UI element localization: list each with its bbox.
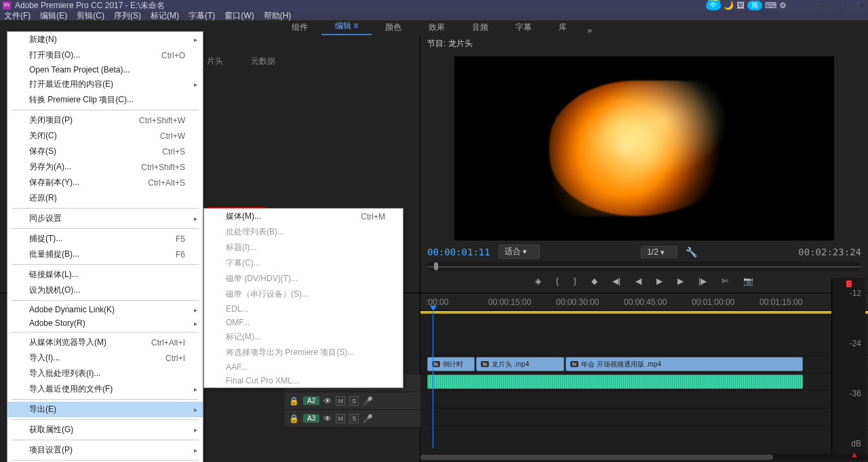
window-minimize[interactable]: ― — [818, 1, 827, 10]
file-menu-item[interactable]: 批量捕捉(B)...F6 — [7, 247, 203, 262]
menu-file[interactable]: 文件(F) — [4, 10, 31, 22]
track-spacer — [420, 314, 868, 356]
mark-out-icon[interactable]: { — [556, 276, 559, 286]
ime-settings-icon[interactable]: ⚙ — [779, 1, 787, 10]
mic-icon[interactable]: 🎤 — [363, 396, 373, 406]
lock-icon[interactable]: 🔒 — [289, 414, 299, 423]
add-marker-icon[interactable]: ◆ — [591, 276, 597, 286]
menu-bar: 文件(F) 编辑(E) 剪辑(C) 序列(S) 标记(M) 字幕(T) 窗口(W… — [0, 11, 868, 20]
ws-tab-libraries[interactable]: 库 — [545, 20, 580, 35]
file-menu-item[interactable]: 导出(E) — [7, 402, 203, 417]
ws-tab-assembly[interactable]: 组件 — [278, 20, 321, 35]
audio-clip-a1[interactable] — [427, 375, 803, 389]
timeline-hscroll[interactable] — [420, 454, 868, 461]
file-menu-item[interactable]: 还原(R) — [7, 190, 203, 206]
track-header-a2[interactable]: 🔒 A2 👁 M S 🎤 — [285, 392, 420, 410]
ws-tab-audio[interactable]: 音频 — [458, 20, 502, 35]
menu-clip[interactable]: 剪辑(C) — [77, 10, 104, 22]
ws-tabs-more[interactable]: » — [587, 26, 593, 35]
menu-marker[interactable]: 标记(M) — [151, 10, 179, 22]
file-menu-item[interactable]: 新建(N) — [7, 32, 203, 47]
file-menu-item[interactable]: 另存为(A)...Ctrl+Shift+S — [7, 159, 203, 175]
window-close[interactable]: ✕ — [859, 1, 865, 10]
ime-moon-icon[interactable]: 🌙 — [724, 1, 734, 10]
menu-sequence[interactable]: 序列(S) — [114, 10, 141, 22]
menu-title[interactable]: 字幕(T) — [189, 10, 215, 22]
program-tab[interactable]: 节目: 龙片头 — [420, 35, 868, 52]
file-menu-item[interactable]: 转换 Premiere Clip 项目(C)... — [7, 92, 203, 108]
export-menu-item[interactable]: 媒体(M)...Ctrl+M — [204, 209, 403, 224]
scrubber-handle[interactable] — [434, 262, 438, 270]
file-menu-item[interactable]: 关闭项目(P)Ctrl+Shift+W — [7, 112, 203, 128]
export-menu-item: 标题(I)... — [204, 240, 403, 255]
step-back-icon[interactable]: ◀| — [612, 276, 620, 286]
audio-peak-indicator — [846, 280, 852, 287]
file-menu-item[interactable]: 导入批处理列表(I)... — [7, 366, 203, 381]
export-frame-icon[interactable]: 📷 — [743, 276, 753, 286]
file-menu-item[interactable]: Adobe Story(R) — [7, 316, 203, 330]
program-timecode-current[interactable]: 00:00:01:11 — [427, 247, 490, 257]
file-menu-item[interactable]: 链接媒体(L)... — [7, 267, 203, 282]
play-icon[interactable]: ▶ — [656, 276, 663, 286]
source-tab-clip[interactable]: 片头 — [207, 56, 223, 67]
lock-icon[interactable]: 🔒 — [289, 396, 299, 406]
ws-tab-color[interactable]: 颜色 — [372, 20, 415, 35]
program-zoom-dropdown[interactable]: 1/2 ▾ — [641, 246, 677, 258]
clip-countdown[interactable]: 倒计时 — [427, 357, 475, 371]
playhead[interactable] — [433, 311, 433, 448]
timeline-tracks[interactable]: :00:00 00:00:15:00 00:00:30:00 00:00:45:… — [420, 293, 868, 462]
ime-lang-badge[interactable]: 中 — [706, 1, 721, 10]
eye-icon[interactable]: 👁 — [323, 414, 332, 423]
file-menu-item[interactable]: 保存副本(Y)...Ctrl+Alt+S — [7, 175, 203, 190]
file-menu-item[interactable]: 保存(S)Ctrl+S — [7, 144, 203, 159]
file-menu-item[interactable]: 打开项目(O)...Ctrl+O — [7, 47, 203, 63]
error-indicator-icon[interactable]: ▲ — [850, 450, 859, 459]
file-menu-item[interactable]: 从媒体浏览器导入(M)Ctrl+Alt+I — [7, 335, 203, 350]
file-menu-item[interactable]: 项目设置(P) — [7, 442, 203, 458]
mark-in-icon[interactable]: ◈ — [535, 276, 541, 286]
ime-simp-badge[interactable]: 简 — [747, 1, 762, 10]
track-a1[interactable] — [420, 373, 868, 391]
settings-wrench-icon[interactable]: 🔧 — [686, 247, 697, 257]
track-a2[interactable] — [420, 391, 868, 408]
menu-window[interactable]: 窗口(W) — [224, 10, 254, 22]
file-menu-item[interactable]: 导入最近使用的文件(F) — [7, 381, 203, 397]
ime-img-icon[interactable]: 🖼 — [736, 1, 745, 10]
file-menu-item[interactable]: 捕捉(T)...F5 — [7, 231, 203, 247]
ime-key-icon[interactable]: ⌨ — [765, 1, 776, 10]
clip-opening[interactable]: 年会 开场视频通用版 .mp4 — [566, 357, 803, 371]
file-menu-item[interactable]: 同步设置 — [7, 211, 203, 226]
window-maximize[interactable]: ▢ — [839, 1, 846, 10]
ws-tab-effects[interactable]: 效果 — [415, 20, 458, 35]
frame-fwd-icon[interactable]: ▶ — [677, 276, 684, 286]
source-tab-metadata[interactable]: 元数据 — [251, 56, 275, 67]
file-menu-item[interactable]: 导入(I)...Ctrl+I — [7, 350, 203, 366]
file-menu-item[interactable]: Open Team Project (Beta)... — [7, 63, 203, 77]
file-menu-item[interactable]: 关闭(C)Ctrl+W — [7, 128, 203, 144]
file-menu-item[interactable]: Adobe Dynamic Link(K) — [7, 303, 203, 316]
mic-icon[interactable]: 🎤 — [363, 414, 373, 423]
ws-tab-editing[interactable]: 编辑 ≡ — [321, 18, 372, 35]
hscroll-thumb[interactable] — [420, 455, 773, 460]
timeline-ruler[interactable]: :00:00 00:00:15:00 00:00:30:00 00:00:45:… — [420, 293, 868, 311]
track-v1[interactable]: 倒计时 龙片头 .mp4 年会 开场视频通用版 .mp4 — [420, 356, 868, 373]
program-fit-dropdown[interactable]: 适合 ▾ — [498, 245, 540, 259]
program-viewport[interactable] — [454, 56, 834, 240]
program-timecode-duration: 00:02:23:24 — [798, 247, 861, 257]
menu-edit[interactable]: 编辑(E) — [40, 10, 67, 22]
program-scrubber[interactable] — [427, 261, 861, 271]
file-menu-dropdown: 新建(N)打开项目(O)...Ctrl+OOpen Team Project (… — [7, 31, 203, 462]
go-in-icon[interactable]: } — [574, 276, 576, 286]
clip-dragon[interactable]: 龙片头 .mp4 — [476, 357, 564, 371]
step-fwd-icon[interactable]: |▶ — [698, 276, 707, 286]
ws-tab-captions[interactable]: 字幕 — [502, 20, 545, 35]
track-a3[interactable] — [420, 408, 868, 426]
file-menu-item[interactable]: 获取属性(G) — [7, 422, 203, 438]
ime-toolbar[interactable]: 中 🌙 🖼 简 ⌨ ⚙ — [706, 1, 787, 10]
lift-icon[interactable]: ✄ — [722, 276, 728, 286]
eye-icon[interactable]: 👁 — [323, 396, 332, 406]
track-header-a3[interactable]: 🔒 A3 👁 M S 🎤 — [285, 410, 420, 427]
file-menu-item[interactable]: 打开最近使用的内容(E) — [7, 77, 203, 92]
file-menu-item[interactable]: 设为脱机(O)... — [7, 282, 203, 298]
frame-back-icon[interactable]: ◀ — [635, 276, 642, 286]
